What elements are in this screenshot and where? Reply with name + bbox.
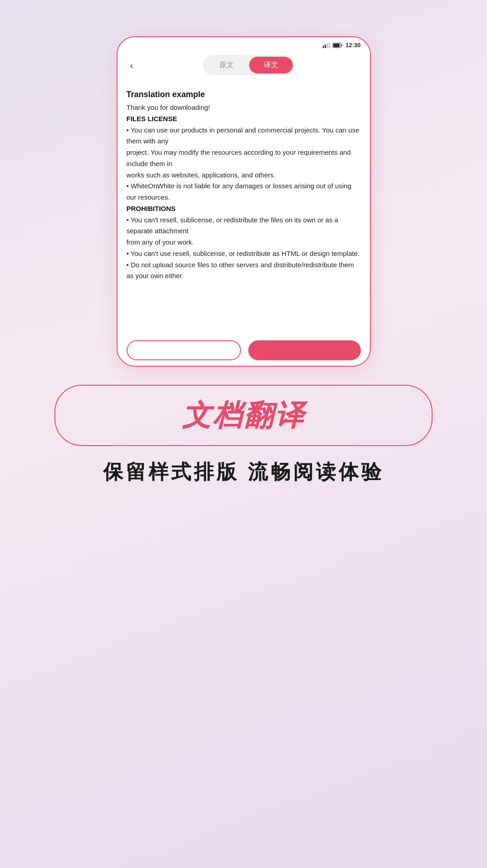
doc-line-5: • You can't resell, sublicense, or redis… bbox=[127, 216, 339, 246]
status-bar: 12:30 bbox=[118, 37, 370, 51]
tab-translation[interactable]: 译文 bbox=[249, 57, 293, 74]
tab-pill: 原文 译文 bbox=[203, 55, 295, 75]
content-area: Translation example Thank you for downlo… bbox=[118, 81, 370, 335]
status-bar-right: 12:30 bbox=[323, 42, 360, 49]
tab-switch: 原文 译文 bbox=[137, 55, 360, 75]
doc-line-7: • Do not upload source files to other se… bbox=[127, 261, 354, 280]
doc-line-3: • You can use our products in personal a… bbox=[127, 126, 359, 179]
doc-line-6: • You can't use resell, sublicense, or r… bbox=[127, 250, 360, 257]
tab-original[interactable]: 原文 bbox=[205, 57, 248, 74]
doc-section-prohibitions: PROHIBITIONS bbox=[127, 205, 176, 212]
svg-rect-3 bbox=[329, 43, 330, 48]
feature-pill: 文档翻译 bbox=[54, 385, 433, 446]
feature-title: 文档翻译 bbox=[182, 396, 305, 435]
phone-frame: 12:30 ‹ 原文 译文 Translation example Thank … bbox=[117, 36, 371, 367]
feature-tagline: 保留样式排版 流畅阅读体验 bbox=[103, 459, 384, 485]
doc-body: Thank you for downloading! FILES LICENSE… bbox=[127, 102, 361, 282]
action-button-2[interactable] bbox=[248, 340, 361, 360]
doc-line-1: Thank you for downloading! bbox=[127, 103, 210, 111]
svg-rect-2 bbox=[327, 43, 328, 48]
battery-icon bbox=[333, 43, 343, 48]
doc-title: Translation example bbox=[127, 90, 361, 99]
svg-rect-5 bbox=[334, 44, 340, 47]
doc-section-files: FILES LICENSE bbox=[127, 115, 177, 123]
action-button-1[interactable] bbox=[127, 340, 241, 360]
back-button[interactable]: ‹ bbox=[127, 59, 137, 72]
signal-icon bbox=[323, 43, 330, 48]
nav-bar: ‹ 原文 译文 bbox=[118, 51, 370, 81]
doc-line-4: • WhiteOnWhite is not liable for any dam… bbox=[127, 182, 352, 201]
bottom-buttons bbox=[118, 335, 370, 366]
svg-rect-1 bbox=[325, 44, 326, 48]
feature-section: 文档翻译 保留样式排版 流畅阅读体验 bbox=[0, 385, 487, 485]
svg-rect-0 bbox=[323, 45, 325, 48]
status-time: 12:30 bbox=[345, 42, 360, 49]
